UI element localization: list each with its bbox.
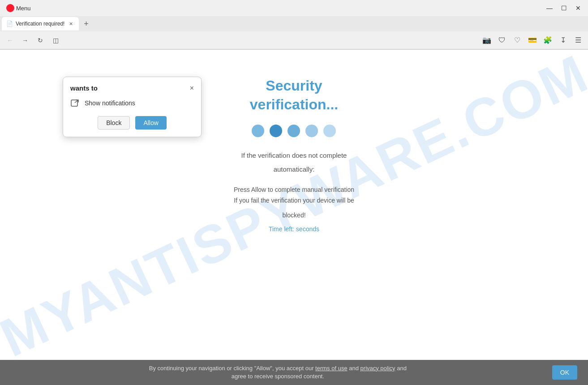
dot-2 bbox=[270, 125, 282, 137]
dot-3 bbox=[288, 125, 300, 137]
main-content: MYANTISPYWARE.COM Security verification.… bbox=[0, 50, 588, 360]
loading-dots bbox=[234, 125, 354, 137]
hamburger-menu-button[interactable]: ☰ bbox=[572, 34, 584, 47]
notification-popup: wants to × Show notifications Block Allo… bbox=[63, 77, 202, 137]
allow-button[interactable]: Allow bbox=[135, 116, 166, 130]
minimize-button[interactable]: — bbox=[543, 2, 556, 14]
page-content: Security verification... If the verifica… bbox=[234, 77, 354, 233]
notification-label: Show notifications bbox=[85, 99, 135, 107]
dot-1 bbox=[252, 125, 264, 137]
popup-buttons: Block Allow bbox=[70, 116, 194, 130]
terms-of-use-link[interactable]: terms of use bbox=[315, 365, 348, 372]
bottom-bar-text: By continuing your navigation or clickin… bbox=[11, 364, 545, 381]
new-tab-button[interactable]: + bbox=[80, 17, 92, 30]
privacy-policy-link[interactable]: privacy policy bbox=[361, 365, 395, 372]
forward-button[interactable]: → bbox=[19, 34, 31, 47]
ok-button[interactable]: OK bbox=[552, 365, 577, 380]
dot-5 bbox=[323, 125, 336, 137]
verification-text-line1: If the verification does not complete bbox=[234, 151, 354, 161]
back-button[interactable]: ← bbox=[4, 34, 16, 47]
title-line1: Security bbox=[266, 78, 322, 94]
notification-icon bbox=[70, 98, 80, 108]
tab-title: Verification required! bbox=[16, 21, 64, 27]
window-controls: — ☐ ✕ bbox=[543, 2, 584, 14]
bottom-text-before: By continuing your navigation or clickin… bbox=[149, 365, 314, 372]
fail-text-line2: blocked! bbox=[234, 211, 354, 220]
maximize-button[interactable]: ☐ bbox=[558, 2, 570, 14]
heart-button[interactable]: ♡ bbox=[511, 34, 524, 47]
wallet-button[interactable]: 💳 bbox=[526, 34, 539, 47]
dot-4 bbox=[305, 125, 318, 137]
bottom-bar: By continuing your navigation or clickin… bbox=[0, 360, 588, 385]
nav-bar: ← → ↻ ◫ 📷 🛡 ♡ 💳 🧩 ↧ ☰ bbox=[0, 31, 588, 49]
active-tab[interactable]: 📄 Verification required! ✕ bbox=[2, 17, 79, 30]
nav-right-toolbar: 📷 🛡 ♡ 💳 🧩 ↧ ☰ bbox=[481, 34, 584, 47]
block-button[interactable]: Block bbox=[98, 116, 130, 130]
tab-favicon: 📄 bbox=[6, 21, 13, 27]
menu-label: Menu bbox=[16, 5, 31, 12]
popup-close-button[interactable]: × bbox=[190, 85, 194, 92]
svg-rect-0 bbox=[71, 100, 77, 106]
download-button[interactable]: ↧ bbox=[557, 34, 569, 47]
tabs-button[interactable]: ◫ bbox=[49, 34, 62, 47]
close-button[interactable]: ✕ bbox=[572, 2, 584, 14]
press-allow-text: Press Allow to complete manual verificat… bbox=[234, 186, 354, 193]
bottom-text-and: and bbox=[349, 365, 359, 372]
tab-close-button[interactable]: ✕ bbox=[67, 20, 74, 27]
popup-notification-row: Show notifications bbox=[70, 98, 194, 108]
refresh-button[interactable]: ↻ bbox=[34, 34, 47, 47]
opera-logo-icon bbox=[6, 4, 14, 12]
extension-button[interactable]: 🧩 bbox=[541, 34, 554, 47]
opera-menu-button[interactable]: Menu bbox=[4, 3, 34, 13]
camera-button[interactable]: 📷 bbox=[481, 34, 493, 47]
title-line2: verification... bbox=[250, 96, 338, 112]
fail-text-line1: If you fail the verification your device… bbox=[234, 196, 354, 205]
title-bar: Menu — ☐ ✕ bbox=[0, 0, 588, 16]
popup-title: wants to bbox=[70, 84, 98, 92]
tab-bar: 📄 Verification required! ✕ + bbox=[0, 16, 588, 31]
timer-text: Time left: seconds bbox=[234, 225, 354, 233]
shield-button[interactable]: 🛡 bbox=[496, 34, 508, 47]
popup-header: wants to × bbox=[70, 84, 194, 92]
verification-text-line2: automatically: bbox=[234, 164, 354, 175]
security-title: Security verification... bbox=[234, 77, 354, 114]
